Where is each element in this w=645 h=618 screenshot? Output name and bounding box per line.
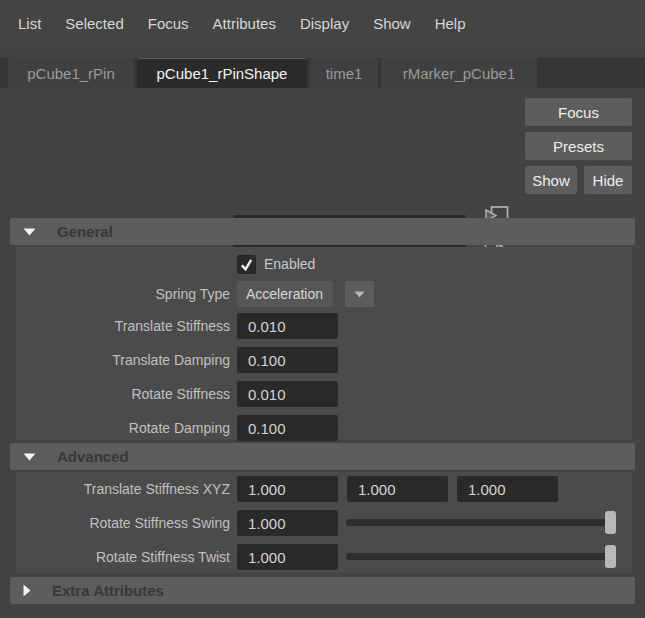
menu-show[interactable]: Show xyxy=(373,15,411,32)
rotate-stiffness-twist-row: Rotate Stiffness Twist xyxy=(16,540,632,574)
translate-stiffness-y-input[interactable] xyxy=(347,476,448,502)
spring-type-row: Spring Type Acceleration xyxy=(16,277,632,311)
translate-stiffness-xyz-label: Translate Stiffness XYZ xyxy=(16,481,237,497)
tab-bar: pCube1_rPin pCube1_rPinShape time1 rMark… xyxy=(0,58,645,88)
menu-help[interactable]: Help xyxy=(435,15,466,32)
rotate-damping-input[interactable] xyxy=(237,415,338,441)
tab-pcube1-rpin[interactable]: pCube1_rPin xyxy=(8,58,134,88)
translate-stiffness-z-input[interactable] xyxy=(457,476,558,502)
menu-selected[interactable]: Selected xyxy=(65,15,123,32)
menu-attributes[interactable]: Attributes xyxy=(213,15,276,32)
section-header-general[interactable]: General xyxy=(10,218,635,245)
rotate-stiffness-row: Rotate Stiffness xyxy=(16,377,632,411)
section-title: Advanced xyxy=(57,448,129,465)
section-header-extra-attributes[interactable]: Extra Attributes xyxy=(10,577,635,604)
focus-button[interactable]: Focus xyxy=(525,98,632,126)
tab-pcube1-rpinshape[interactable]: pCube1_rPinShape xyxy=(137,58,307,88)
collapse-arrow-icon xyxy=(23,584,31,597)
checkmark-icon xyxy=(239,257,254,272)
rotate-stiffness-swing-label: Rotate Stiffness Swing xyxy=(16,515,237,531)
rotate-damping-row: Rotate Damping xyxy=(16,411,632,445)
enabled-label: Enabled xyxy=(264,256,315,272)
rotate-stiffness-input[interactable] xyxy=(237,381,338,407)
translate-stiffness-row: Translate Stiffness xyxy=(16,309,632,343)
spring-type-label: Spring Type xyxy=(16,286,237,302)
presets-button[interactable]: Presets xyxy=(525,132,632,160)
menu-display[interactable]: Display xyxy=(300,15,349,32)
slider-handle[interactable] xyxy=(605,545,616,568)
section-title: General xyxy=(57,223,113,240)
menu-bar: List Selected Focus Attributes Display S… xyxy=(0,0,645,46)
rotate-stiffness-label: Rotate Stiffness xyxy=(16,386,237,402)
section-body-general: Enabled Spring Type Acceleration Transla… xyxy=(16,247,632,440)
translate-stiffness-xyz-row: Translate Stiffness XYZ xyxy=(16,472,632,506)
collapse-arrow-icon xyxy=(23,453,36,461)
menu-focus[interactable]: Focus xyxy=(148,15,189,32)
slider-handle[interactable] xyxy=(605,511,616,534)
rotate-stiffness-twist-label: Rotate Stiffness Twist xyxy=(16,549,237,565)
rotate-damping-label: Rotate Damping xyxy=(16,420,237,436)
tab-rmarker-pcube1[interactable]: rMarker_pCube1 xyxy=(381,58,537,88)
spring-type-dropdown[interactable]: Acceleration xyxy=(237,281,333,307)
rotate-stiffness-twist-slider[interactable] xyxy=(346,545,616,569)
section-title: Extra Attributes xyxy=(52,582,164,599)
rotate-stiffness-swing-input[interactable] xyxy=(237,510,338,536)
section-header-advanced[interactable]: Advanced xyxy=(10,443,635,470)
attribute-editor-header: rdPinConstraint: Focus Presets Show Hide xyxy=(0,88,645,218)
rotate-stiffness-swing-slider[interactable] xyxy=(346,511,616,535)
section-body-advanced: Translate Stiffness XYZ Rotate Stiffness… xyxy=(16,472,632,573)
translate-damping-row: Translate Damping xyxy=(16,343,632,377)
collapse-arrow-icon xyxy=(23,228,36,236)
hide-button[interactable]: Hide xyxy=(584,166,632,194)
show-button[interactable]: Show xyxy=(525,166,577,194)
translate-damping-label: Translate Damping xyxy=(16,352,237,368)
translate-stiffness-input[interactable] xyxy=(237,313,338,339)
translate-stiffness-label: Translate Stiffness xyxy=(16,318,237,334)
tab-time1[interactable]: time1 xyxy=(310,58,378,88)
rotate-stiffness-swing-row: Rotate Stiffness Swing xyxy=(16,506,632,540)
menu-list[interactable]: List xyxy=(18,15,41,32)
slider-track xyxy=(346,519,616,526)
translate-damping-input[interactable] xyxy=(237,347,338,373)
enabled-row: Enabled xyxy=(16,250,632,278)
rotate-stiffness-twist-input[interactable] xyxy=(237,544,338,570)
chevron-down-icon xyxy=(354,291,365,298)
enabled-checkbox[interactable] xyxy=(237,255,256,274)
spring-type-dropdown-button[interactable] xyxy=(345,281,374,307)
translate-stiffness-x-input[interactable] xyxy=(237,476,338,502)
slider-track xyxy=(346,553,616,560)
